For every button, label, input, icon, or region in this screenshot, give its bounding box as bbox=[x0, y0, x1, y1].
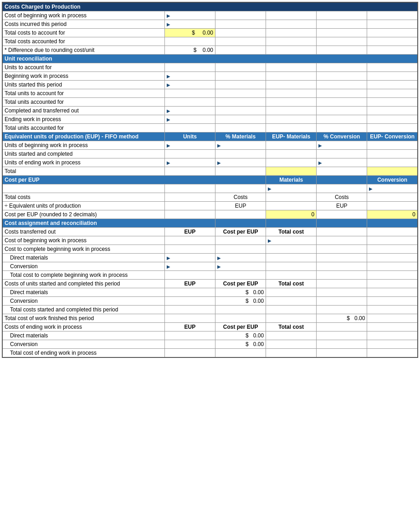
cell-empty-34 bbox=[266, 89, 317, 98]
label-beginning-wip: Beginning work in process bbox=[2, 72, 164, 81]
triangle-icon: ▶ bbox=[167, 22, 170, 27]
cell-eup-units-sc bbox=[164, 150, 215, 158]
label-cost-per-eup-rounded: Cost per EUP (rounded to 2 decimals) bbox=[2, 210, 164, 219]
cell-dm3-eup bbox=[164, 331, 215, 340]
input-cost-beginning[interactable]: ▶ bbox=[164, 11, 215, 20]
input-eup-pctmat-bwip[interactable]: ▶ bbox=[215, 141, 266, 150]
triangle-icon: ▶ bbox=[217, 160, 221, 165]
cell-empty-37 bbox=[215, 98, 266, 107]
cell-empty-39 bbox=[317, 98, 367, 107]
label-ending-wip: Ending work in process bbox=[2, 115, 164, 124]
cell-empty-42 bbox=[266, 107, 317, 115]
input-eup-units-ewip[interactable]: ▶ bbox=[164, 158, 215, 167]
twf-val: 0.00 bbox=[354, 315, 365, 321]
col-eup-started-comp: EUP bbox=[164, 280, 215, 288]
cell-empty-22 bbox=[266, 63, 317, 72]
triangle-icon: ▶ bbox=[167, 255, 170, 260]
input-costs-incurred[interactable]: ▶ bbox=[164, 20, 215, 29]
cell-twf-2 bbox=[164, 314, 215, 323]
cell-empty-6 bbox=[266, 20, 317, 29]
cell-conv2-eup bbox=[164, 297, 215, 306]
cell-conv3-cpEUP: $ 0.00 bbox=[215, 340, 266, 349]
triangle-icon: ▶ bbox=[167, 108, 170, 113]
input-eup-units-bwip[interactable]: ▶ bbox=[164, 141, 215, 150]
cell-tc-costs-conv: Costs bbox=[317, 193, 367, 202]
triangle-icon: ▶ bbox=[318, 160, 322, 165]
cell-empty-1 bbox=[215, 11, 266, 20]
cell-empty-49 bbox=[215, 124, 266, 133]
cell-usc-5 bbox=[317, 280, 367, 288]
input-conv1-cpEUP[interactable]: ▶ bbox=[215, 262, 266, 271]
cell-empty-31 bbox=[317, 81, 367, 89]
cell-tew-3 bbox=[215, 349, 266, 358]
input-eup-pctconv-bwip[interactable]: ▶ bbox=[317, 141, 367, 150]
cell-dm2-dollar-cpEUP: $ 0.00 bbox=[215, 288, 266, 297]
cell-empty-46 bbox=[266, 115, 317, 124]
cell-cpe-blank-label bbox=[2, 184, 164, 193]
input-conv1-eup[interactable]: ▶ bbox=[164, 262, 215, 271]
cell-empty-16 bbox=[367, 37, 418, 46]
cell-dm2-6 bbox=[367, 288, 418, 297]
triangle-icon: ▶ bbox=[167, 264, 170, 269]
input-eup-pctmat-ewip[interactable]: ▶ bbox=[215, 158, 266, 167]
input-cpe-conv-blank[interactable]: ▶ bbox=[367, 184, 418, 193]
subheader-conversion: Conversion bbox=[367, 176, 418, 184]
section-header-cost-assignment: Cost assignment and reconciliation bbox=[2, 219, 215, 228]
cell-empty-15 bbox=[317, 37, 367, 46]
diff-dollar: $ bbox=[194, 47, 197, 53]
cell-tcbwip-2 bbox=[164, 271, 215, 280]
label-total-costs: Total costs bbox=[2, 193, 164, 202]
cell-eu-conv-val bbox=[367, 202, 418, 210]
cell-ccbw-4 bbox=[266, 245, 317, 254]
col-cpEUP-started-comp: Cost per EUP bbox=[215, 280, 266, 288]
section-header-costs-charged: Costs Charged to Production bbox=[2, 2, 418, 11]
label-total-costs-accounted: Total costs accounted for bbox=[2, 37, 164, 46]
cell-empty-18 bbox=[266, 46, 317, 55]
cell-eu-2 bbox=[164, 202, 215, 210]
input-ending-wip[interactable]: ▶ bbox=[164, 115, 215, 124]
cell-twf-6 bbox=[367, 314, 418, 323]
cell-empty-4 bbox=[367, 11, 418, 20]
conv2-val: 0.00 bbox=[253, 298, 264, 304]
cell-eu-eup-mat: EUP bbox=[215, 202, 266, 210]
cell-empty-50 bbox=[266, 124, 317, 133]
cell-empty-29 bbox=[215, 81, 266, 89]
conv3-dollar: $ bbox=[246, 341, 249, 347]
cell-empty-28 bbox=[367, 72, 418, 81]
input-dm1-eup[interactable]: ▶ bbox=[164, 254, 215, 262]
input-eup-pctconv-ewip[interactable]: ▶ bbox=[317, 158, 367, 167]
cell-cpe-blank-5 bbox=[317, 184, 367, 193]
cell-eup-eupmat-sc bbox=[266, 150, 317, 158]
cell-cew-5 bbox=[317, 323, 367, 331]
cell-empty-2 bbox=[266, 11, 317, 20]
cell-empty-26 bbox=[266, 72, 317, 81]
cell-empty-cpe1 bbox=[317, 176, 367, 184]
cell-empty-14 bbox=[266, 37, 317, 46]
cell-tcbwip-6 bbox=[367, 271, 418, 280]
cell-empty-21 bbox=[215, 63, 266, 72]
cell-tsc-4 bbox=[266, 306, 317, 314]
cell-dm2-5 bbox=[317, 288, 367, 297]
cell-dm1-total bbox=[266, 254, 317, 262]
dm3-val: 0.00 bbox=[253, 332, 264, 339]
col-eup-ending: EUP bbox=[164, 323, 215, 331]
label-completed-transferred: Completed and transferred out bbox=[2, 107, 164, 115]
input-cbw-4[interactable]: ▶ bbox=[266, 236, 317, 245]
cell-empty-30 bbox=[266, 81, 317, 89]
cell-difference-value: $ 0.00 bbox=[164, 46, 215, 55]
cell-ct-5 bbox=[317, 228, 367, 236]
input-beginning-wip[interactable]: ▶ bbox=[164, 72, 215, 81]
input-dm1-cpEUP[interactable]: ▶ bbox=[215, 254, 266, 262]
input-units-started[interactable]: ▶ bbox=[164, 81, 215, 89]
cell-eup-pctmat-sc bbox=[215, 150, 266, 158]
cell-conv3-5 bbox=[317, 340, 367, 349]
label-total-ending-wip: Total cost of ending work in process bbox=[2, 349, 164, 358]
cell-total-costs-dollar: $ 0.00 bbox=[164, 29, 215, 37]
input-cpe-mat-blank[interactable]: ▶ bbox=[266, 184, 317, 193]
cell-eup-eupconv-sc bbox=[367, 150, 418, 158]
cell-eu-mat-val bbox=[266, 202, 317, 210]
input-completed-transferred[interactable]: ▶ bbox=[164, 107, 215, 115]
cell-empty-5 bbox=[215, 20, 266, 29]
triangle-icon: ▶ bbox=[167, 143, 170, 148]
triangle-icon: ▶ bbox=[369, 186, 373, 191]
